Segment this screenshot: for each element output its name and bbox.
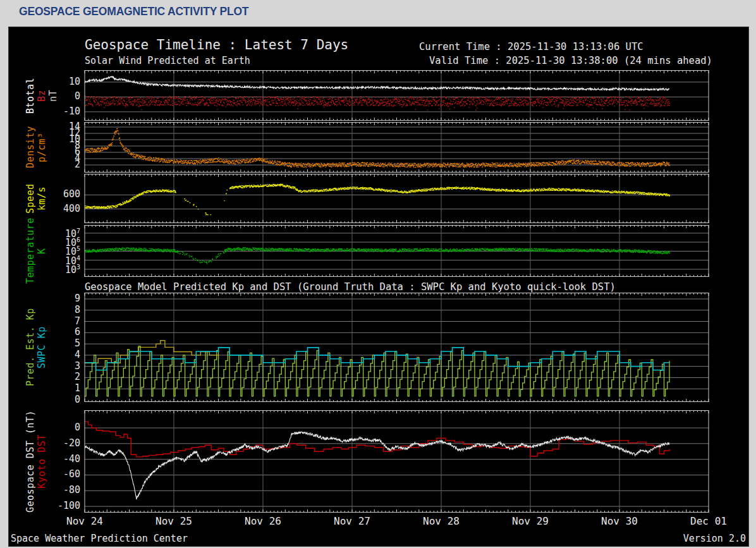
- x-axis-label: Dec 01: [690, 515, 727, 527]
- panel-border: [85, 174, 709, 223]
- series-btotal: [85, 76, 669, 90]
- footer-version-label: Version 2.0: [683, 533, 746, 544]
- panel-border: [85, 411, 709, 513]
- footer-source-label: Space Weather Prediction Center: [11, 533, 188, 544]
- series-bz: [85, 96, 670, 111]
- axis-label-temperature: Temperature: [24, 225, 36, 277]
- header-bar: GEOSPACE GEOMAGNETIC ACTIVITY PLOT: [0, 0, 756, 25]
- axis-label-k: K: [35, 225, 47, 277]
- axis-label-density: Density: [24, 122, 36, 173]
- axis-label-geospace-dst-nt-: Geospace DST (nT): [24, 410, 36, 513]
- axis-label-nt: nT: [47, 70, 59, 121]
- axis-label-km-s: km/s: [35, 174, 47, 223]
- x-axis-label: Nov 27: [334, 515, 370, 527]
- axis-label-swpc-kp: SWPC Kp: [35, 293, 47, 402]
- hour-ticks: [85, 410, 709, 513]
- x-axis-label: Nov 24: [66, 515, 103, 527]
- axis-label-p-cm-: p/cm³: [35, 122, 47, 173]
- x-axis-label: Nov 29: [512, 515, 549, 527]
- x-axis-label: Nov 26: [245, 515, 281, 527]
- x-axis-label: Nov 28: [423, 515, 460, 527]
- axis-label-pred-est-kp: Pred. Est. Kp: [24, 293, 36, 402]
- series-speed: [85, 184, 670, 215]
- x-axis-label: Nov 30: [601, 515, 638, 527]
- axis-label-kyoto-dst: Kyoto DST: [35, 410, 47, 513]
- panel-border: [85, 71, 709, 121]
- x-axis-label: Nov 25: [155, 515, 192, 527]
- series-swpc-kp: [85, 348, 669, 370]
- panel-density: [9, 122, 748, 173]
- chart-subtitle: Solar Wind Predicted at Earth: [85, 55, 250, 66]
- panel-dst: [9, 410, 748, 513]
- chart-title: Geospace Timeline : Latest 7 Days: [85, 37, 348, 52]
- plot-box: Geospace Timeline : Latest 7 Days Curren…: [8, 27, 749, 547]
- hour-ticks: [85, 174, 709, 223]
- series-density: [85, 129, 670, 167]
- panel-speed: [9, 174, 748, 223]
- valid-time-label: Valid Time : 2025-11-30 13:38:00 (24 min…: [429, 55, 712, 66]
- hour-ticks: [85, 70, 709, 121]
- panel-kp: [9, 293, 748, 402]
- axis-label-bz: Bz: [35, 70, 47, 121]
- axis-label-speed: Speed: [24, 174, 36, 223]
- series-temperature: [85, 248, 670, 264]
- kp-dst-section-title: Geospace Model Predicted Kp and DST (Gro…: [85, 281, 616, 293]
- page: { "page": {"header_title": "GEOSPACE GEO…: [0, 0, 756, 548]
- page-title: GEOSPACE GEOMAGNETIC ACTIVITY PLOT: [19, 5, 248, 18]
- panel-temperature: [9, 225, 748, 277]
- current-time-label: Current Time : 2025-11-30 13:13:06 UTC: [419, 41, 643, 52]
- panel-bfield: [9, 70, 748, 121]
- axis-label-btotal: Btotal: [24, 70, 36, 121]
